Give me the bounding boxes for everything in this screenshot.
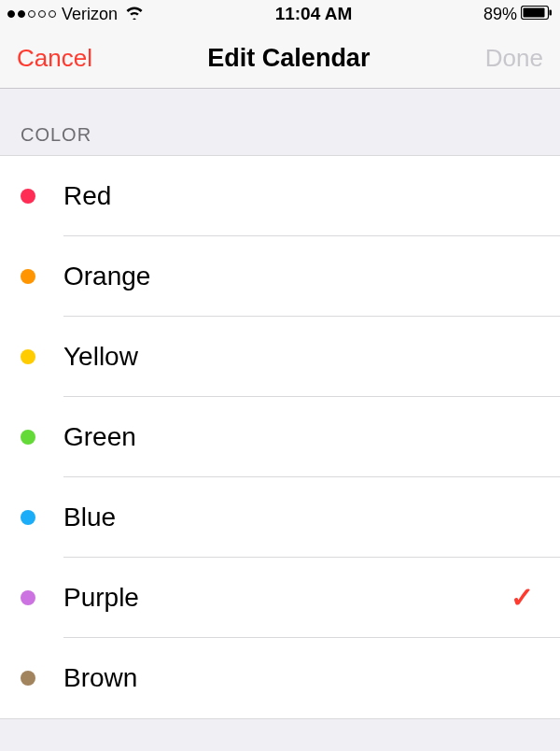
status-bar: Verizon 11:04 AM 89% [0, 0, 560, 28]
color-swatch-icon [21, 430, 35, 445]
color-label: Purple [63, 583, 511, 613]
battery-icon [521, 5, 553, 24]
svg-rect-2 [549, 9, 552, 15]
page-title: Edit Calendar [207, 44, 370, 73]
color-swatch-icon [21, 671, 35, 686]
carrier-label: Verizon [62, 5, 118, 24]
color-row-blue[interactable]: Blue [0, 477, 560, 558]
color-row-red[interactable]: Red [0, 156, 560, 236]
cancel-button[interactable]: Cancel [17, 44, 92, 73]
signal-strength-icon [7, 10, 56, 18]
nav-bar: Cancel Edit Calendar Done [0, 28, 560, 89]
color-label: Green [63, 422, 539, 452]
section-header-color: COLOR [0, 89, 560, 156]
battery-percent: 89% [483, 5, 517, 24]
done-button[interactable]: Done [485, 44, 543, 73]
color-row-brown[interactable]: Brown [0, 638, 560, 718]
color-row-purple[interactable]: Purple✓ [0, 558, 560, 638]
svg-rect-1 [523, 7, 544, 17]
status-right: 89% [483, 5, 553, 24]
status-left: Verizon [7, 5, 144, 24]
color-label: Yellow [63, 342, 539, 372]
color-list: RedOrangeYellowGreenBluePurple✓Brown [0, 156, 560, 718]
color-row-green[interactable]: Green [0, 397, 560, 477]
color-swatch-icon [21, 269, 35, 284]
wifi-icon [125, 5, 144, 24]
color-row-yellow[interactable]: Yellow [0, 317, 560, 397]
color-label: Red [63, 181, 539, 211]
color-label: Brown [63, 663, 539, 693]
color-swatch-icon [21, 349, 35, 364]
clock: 11:04 AM [275, 4, 353, 24]
color-row-orange[interactable]: Orange [0, 236, 560, 317]
color-swatch-icon [21, 590, 35, 605]
color-label: Blue [63, 503, 539, 532]
color-swatch-icon [21, 189, 35, 204]
checkmark-icon: ✓ [511, 581, 534, 614]
color-label: Orange [63, 262, 539, 291]
list-footer-spacer [0, 718, 560, 741]
color-swatch-icon [21, 510, 35, 525]
